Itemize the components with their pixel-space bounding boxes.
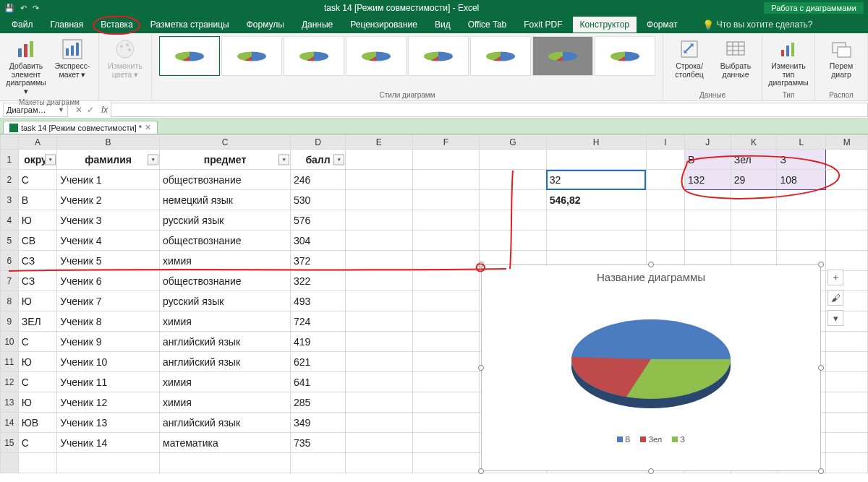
cell[interactable] (826, 150, 868, 170)
cell[interactable] (346, 231, 413, 251)
cell[interactable]: обществознание (160, 231, 291, 251)
cell[interactable] (826, 190, 868, 210)
cell[interactable]: 349 (291, 413, 346, 433)
cell[interactable]: обществознание (160, 170, 291, 190)
cell[interactable]: Ю (18, 352, 56, 372)
resize-handle[interactable] (818, 468, 824, 474)
cell[interactable] (546, 231, 646, 251)
cell[interactable] (412, 433, 480, 453)
cell[interactable] (412, 332, 480, 352)
cell[interactable] (412, 352, 480, 372)
row-header[interactable]: 3 (1, 190, 19, 210)
cell[interactable]: Зел (731, 150, 777, 170)
resize-handle[interactable] (478, 365, 484, 371)
cell[interactable]: СЗ (18, 271, 56, 291)
cell[interactable] (646, 150, 684, 170)
col-header[interactable]: L (777, 135, 826, 150)
cell[interactable] (346, 311, 413, 332)
resize-handle[interactable] (818, 262, 824, 267)
tab-format[interactable]: Формат (639, 17, 685, 33)
cell[interactable] (480, 150, 547, 170)
cell[interactable] (731, 190, 777, 210)
col-header[interactable]: J (684, 135, 731, 150)
chart-style-thumb[interactable] (532, 36, 593, 76)
cell[interactable]: фамилия▾ (57, 150, 160, 170)
cell[interactable]: Ученик 9 (57, 332, 160, 352)
cell[interactable]: 419 (291, 332, 346, 352)
row-header[interactable]: 9 (1, 311, 19, 332)
cell[interactable]: ЮВ (18, 413, 56, 433)
cell[interactable]: Ученик 7 (57, 291, 160, 311)
select-all-corner[interactable] (1, 135, 19, 150)
row-header[interactable]: 2 (1, 170, 19, 190)
cell[interactable] (480, 190, 547, 210)
cell[interactable] (346, 413, 413, 433)
cell[interactable] (346, 271, 413, 291)
cell[interactable] (684, 231, 731, 251)
cell[interactable]: Ученик 10 (57, 352, 160, 372)
cell[interactable]: 372 (291, 251, 346, 271)
cell[interactable] (412, 150, 480, 170)
cell[interactable] (826, 170, 868, 190)
cell[interactable]: 108 (777, 170, 826, 190)
cell[interactable] (412, 231, 480, 251)
chart-style-gallery[interactable] (159, 36, 655, 76)
cell[interactable] (346, 392, 413, 413)
tab-office-tab[interactable]: Office Tab (461, 17, 514, 33)
cell[interactable] (346, 210, 413, 231)
cell[interactable] (346, 291, 413, 311)
chart-legend[interactable]: В Зел З (482, 435, 820, 444)
row-header[interactable]: 12 (1, 372, 19, 392)
move-chart-button[interactable]: Перем диагр (820, 36, 863, 80)
cell[interactable] (412, 291, 480, 311)
cell[interactable]: В (18, 190, 56, 210)
chart-style-thumb[interactable] (470, 36, 531, 76)
cell[interactable]: Ученик 14 (57, 433, 160, 453)
cell[interactable]: предмет▾ (160, 150, 291, 170)
cell[interactable]: 285 (291, 392, 346, 413)
row-header[interactable]: 11 (1, 352, 19, 372)
tab-view[interactable]: Вид (427, 17, 458, 33)
cell[interactable] (646, 231, 684, 251)
row-header[interactable]: 5 (1, 231, 19, 251)
cell[interactable] (346, 372, 413, 392)
cell[interactable]: химия (160, 372, 291, 392)
formula-input[interactable] (111, 103, 868, 117)
cell[interactable]: 304 (291, 231, 346, 251)
cell[interactable]: 32 (546, 170, 646, 190)
row-header[interactable] (1, 453, 19, 473)
resize-handle[interactable] (818, 365, 824, 371)
cell[interactable]: химия (160, 251, 291, 271)
tab-review[interactable]: Рецензирование (343, 17, 425, 33)
cell[interactable]: С (18, 332, 56, 352)
spreadsheet-grid[interactable]: A B C D E F G H I J K L M 1округ▾фамилия… (0, 134, 868, 482)
cell[interactable] (777, 210, 826, 231)
cell[interactable] (412, 392, 480, 413)
cell[interactable]: Ученик 11 (57, 372, 160, 392)
cell[interactable] (546, 150, 646, 170)
chart-styles-button[interactable]: 🖌 (827, 290, 843, 306)
cell[interactable]: СЗ (18, 251, 56, 271)
cell[interactable]: 530 (291, 190, 346, 210)
chart-object[interactable]: Название диаграммы В Зел З (481, 264, 821, 471)
cell[interactable] (346, 251, 413, 271)
col-header[interactable]: K (731, 135, 777, 150)
cell[interactable] (18, 453, 56, 473)
cell[interactable] (826, 392, 868, 413)
change-chart-type-button[interactable]: Изменить тип диаграммы (767, 36, 810, 89)
cell[interactable]: Ученик 5 (57, 251, 160, 271)
cell[interactable] (412, 413, 480, 433)
tab-insert[interactable]: Вставка (93, 17, 140, 33)
chart-style-thumb[interactable] (221, 36, 282, 76)
cell[interactable]: 322 (291, 271, 346, 291)
cell[interactable] (480, 210, 547, 231)
cell[interactable]: З (777, 150, 826, 170)
tab-data[interactable]: Данные (294, 17, 340, 33)
cell[interactable] (646, 190, 684, 210)
cell[interactable]: Ю (18, 210, 56, 231)
chart-title[interactable]: Название диаграммы (482, 265, 820, 283)
cell[interactable] (346, 332, 413, 352)
filter-button[interactable]: ▾ (333, 154, 344, 165)
cell[interactable] (826, 231, 868, 251)
cell[interactable] (291, 453, 346, 473)
